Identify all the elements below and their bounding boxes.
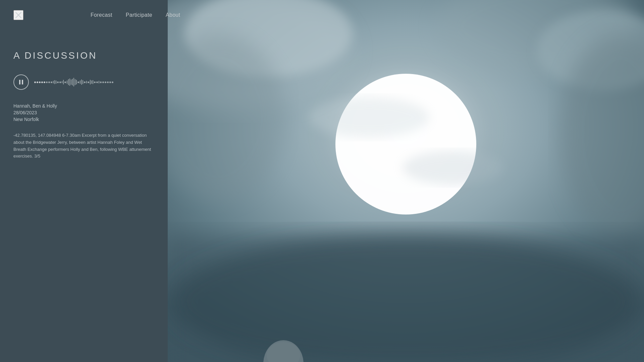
waveform-segment (71, 79, 71, 85)
waveform-segment (91, 80, 92, 84)
waveform-segment (102, 81, 104, 83)
meta-location: New Norfolk (13, 117, 154, 122)
right-panel (168, 0, 644, 362)
waveform-segment (109, 81, 111, 83)
svg-point-13 (309, 97, 429, 137)
svg-point-5 (436, 0, 637, 77)
waveform-segment (68, 79, 69, 85)
waveform-segment (84, 81, 86, 83)
waveform-segment (90, 80, 91, 84)
nav-links: Forecast Participate About (91, 12, 180, 18)
cloud-overlay (168, 0, 644, 362)
waveform-segment (39, 81, 41, 83)
waveform-segment (107, 81, 109, 83)
waveform-segment (93, 80, 93, 84)
svg-rect-9 (168, 235, 644, 362)
svg-point-12 (335, 74, 476, 215)
waveform-segment (81, 79, 82, 85)
meta-name: Hannah, Ben & Holly (13, 103, 154, 109)
meta-info: Hannah, Ben & Holly 28/06/2023 New Norfo… (13, 103, 154, 122)
close-button[interactable] (13, 10, 23, 20)
page-title: A DISCUSSION (13, 50, 154, 61)
svg-point-6 (537, 10, 644, 90)
audio-player (13, 74, 154, 90)
waveform-segment (48, 81, 50, 83)
left-panel: Forecast Participate About A DISCUSSION (0, 0, 168, 362)
waveform-segment (41, 81, 43, 83)
svg-point-7 (168, 34, 285, 201)
waveform-segment (77, 81, 79, 83)
svg-point-16 (267, 342, 300, 362)
waveform-segment (105, 81, 106, 83)
pause-icon (19, 80, 23, 84)
waveform-segment (73, 78, 74, 86)
nav-forecast[interactable]: Forecast (91, 12, 112, 18)
waveform-segment (72, 79, 73, 85)
waveform-segment (51, 81, 52, 83)
waveform-segment (69, 78, 70, 86)
waveform-segment (62, 81, 62, 83)
svg-point-3 (168, 0, 352, 111)
svg-point-11 (272, 34, 540, 268)
svg-rect-2 (168, 0, 644, 362)
nav-about[interactable]: About (166, 12, 180, 18)
pause-bar-left (19, 80, 20, 84)
waveform-segment (59, 81, 61, 83)
waveform-segment (88, 81, 89, 83)
waveform-segment (112, 81, 113, 83)
waveform-segment (76, 80, 77, 84)
waveform-segment (80, 80, 80, 84)
pause-button[interactable] (13, 74, 29, 90)
svg-point-14 (402, 151, 503, 184)
waveform-segment (100, 81, 102, 83)
waveform-segment (63, 80, 64, 84)
waveform-segment (54, 80, 55, 84)
svg-point-15 (263, 340, 304, 362)
waveform-segment (44, 81, 45, 83)
main-content: A DISCUSSION (0, 30, 168, 362)
description: -42.780135, 147.084948 6-7.30am Excerpt … (13, 132, 154, 160)
waveform-segment (53, 81, 54, 83)
waveform-segment (96, 81, 98, 83)
waveform-segment (64, 81, 66, 83)
waveform-segment (83, 80, 83, 84)
nav-participate[interactable]: Participate (126, 12, 152, 18)
svg-point-10 (171, 235, 641, 362)
waveform-segment (94, 81, 96, 83)
waveform-segment (37, 81, 38, 83)
waveform-segment (99, 81, 99, 83)
sky-background (168, 0, 644, 362)
waveform-segment (34, 81, 36, 83)
navigation: Forecast Participate About (0, 0, 168, 30)
waveform-segment (86, 81, 87, 83)
waveform[interactable] (34, 77, 113, 87)
meta-date: 28/06/2023 (13, 110, 154, 115)
svg-point-4 (184, 0, 352, 77)
pause-bar-right (22, 80, 23, 84)
waveform-segment (57, 81, 59, 83)
waveform-segment (67, 80, 67, 84)
waveform-segment (56, 80, 56, 84)
svg-point-8 (560, 34, 644, 235)
waveform-segment (46, 81, 48, 83)
waveform-segment (75, 79, 75, 85)
